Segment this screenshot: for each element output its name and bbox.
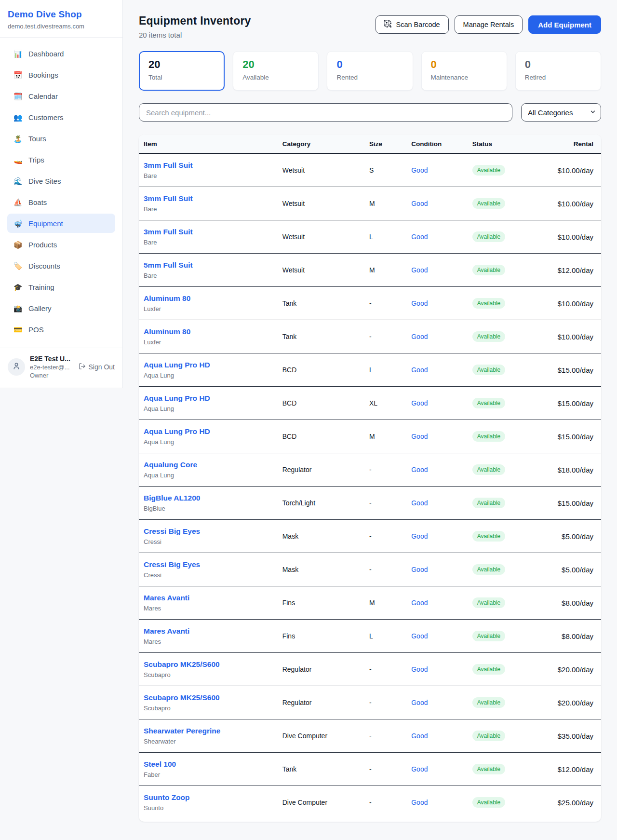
sidebar-item-label: Calendar xyxy=(28,92,58,100)
size-cell: - xyxy=(364,320,406,353)
item-brand: Aqua Lung xyxy=(144,372,273,379)
item-link[interactable]: 3mm Full Suit xyxy=(144,194,193,203)
search-input[interactable] xyxy=(139,103,512,122)
item-link[interactable]: Mares Avanti xyxy=(144,593,189,603)
equipment-table: Item Category Size Condition Status Rent… xyxy=(139,135,601,819)
sidebar-item-calendar[interactable]: 🗓️Calendar xyxy=(7,86,115,106)
scan-barcode-label: Scan Barcode xyxy=(396,21,440,28)
condition-cell: Good xyxy=(406,786,468,819)
category-cell: Wetsuit xyxy=(278,220,364,254)
rental-cell: $12.00/day xyxy=(532,254,601,287)
item-brand: Aqua Lung xyxy=(144,472,273,479)
status-cell: Available xyxy=(468,220,532,254)
sidebar-item-pos[interactable]: 💳POS xyxy=(7,320,115,339)
sidebar-item-dive-sites[interactable]: 🌊Dive Sites xyxy=(7,171,115,190)
item-link[interactable]: Aqua Lung Pro HD xyxy=(144,393,210,403)
sidebar-item-dashboard[interactable]: 📊Dashboard xyxy=(7,44,115,63)
item-cell: 3mm Full SuitBare xyxy=(139,187,278,220)
status-cell: Available xyxy=(468,453,532,487)
page-title-block: Equipment Inventory 20 items total xyxy=(139,14,251,39)
stat-card-retired[interactable]: 0Retired xyxy=(515,51,601,91)
status-cell: Available xyxy=(468,153,532,187)
item-link[interactable]: Cressi Big Eyes xyxy=(144,560,200,569)
rental-cell: $15.00/day xyxy=(532,387,601,420)
item-brand: Bare xyxy=(144,172,273,180)
rental-cell: $12.00/day xyxy=(532,753,601,786)
category-cell: Wetsuit xyxy=(278,153,364,187)
status-cell: Available xyxy=(468,287,532,320)
item-cell: 3mm Full SuitBare xyxy=(139,220,278,254)
sidebar-item-training[interactable]: 🎓Training xyxy=(7,277,115,297)
sidebar-item-label: POS xyxy=(28,325,44,334)
item-link[interactable]: Cressi Big Eyes xyxy=(144,527,200,536)
item-link[interactable]: Aluminum 80 xyxy=(144,327,190,337)
category-cell: Regulator xyxy=(278,653,364,686)
item-link[interactable]: Scubapro MK25/S600 xyxy=(144,660,220,669)
status-badge: Available xyxy=(472,564,505,575)
item-brand: Scubapro xyxy=(144,671,273,679)
status-badge: Available xyxy=(472,431,505,442)
size-cell: L xyxy=(364,620,406,653)
item-link[interactable]: Steel 100 xyxy=(144,759,176,769)
table-row: 5mm Full SuitBareWetsuitMGoodAvailable$1… xyxy=(139,254,601,287)
main-content: Equipment Inventory 20 items total Scan … xyxy=(123,0,617,822)
col-condition: Condition xyxy=(406,135,468,153)
status-badge: Available xyxy=(472,331,505,342)
category-cell: Fins xyxy=(278,586,364,620)
item-link[interactable]: Suunto Zoop xyxy=(144,793,190,802)
condition-cell: Good xyxy=(406,153,468,187)
item-cell: Scubapro MK25/S600Scubapro xyxy=(139,686,278,719)
category-select[interactable]: All Categories xyxy=(521,103,601,122)
sidebar-item-equipment[interactable]: 🤿Equipment xyxy=(7,214,115,233)
item-link[interactable]: Aqualung Core xyxy=(144,460,197,470)
sidebar-item-discounts[interactable]: 🏷️Discounts xyxy=(7,256,115,275)
dashboard-icon: 📊 xyxy=(13,50,23,57)
sidebar-item-tours[interactable]: 🏝️Tours xyxy=(7,129,115,148)
item-link[interactable]: BigBlue AL1200 xyxy=(144,493,200,503)
item-cell: Mares AvantiMares xyxy=(139,586,278,620)
sidebar-item-gallery[interactable]: 📸Gallery xyxy=(7,298,115,318)
stat-label: Maintenance xyxy=(431,74,497,81)
item-cell: Aqua Lung Pro HDAqua Lung xyxy=(139,353,278,387)
status-badge: Available xyxy=(472,298,505,309)
table-body: 3mm Full SuitBareWetsuitSGoodAvailable$1… xyxy=(139,153,601,819)
stat-card-available[interactable]: 20Available xyxy=(233,51,319,91)
item-link[interactable]: 3mm Full Suit xyxy=(144,227,193,237)
item-link[interactable]: Aqua Lung Pro HD xyxy=(144,360,210,370)
table-row: Aqua Lung Pro HDAqua LungBCDXLGoodAvaila… xyxy=(139,387,601,420)
size-cell: - xyxy=(364,487,406,520)
item-cell: Aluminum 80Luxfer xyxy=(139,287,278,320)
item-link[interactable]: Scubapro MK25/S600 xyxy=(144,693,220,703)
stat-card-total[interactable]: 20Total xyxy=(139,51,225,91)
item-link[interactable]: Mares Avanti xyxy=(144,626,189,636)
item-link[interactable]: Aluminum 80 xyxy=(144,294,190,303)
sidebar-item-label: Equipment xyxy=(28,219,63,228)
sidebar-item-products[interactable]: 📦Products xyxy=(7,235,115,254)
status-badge: Available xyxy=(472,198,505,209)
sidebar-item-bookings[interactable]: 📅Bookings xyxy=(7,65,115,84)
item-brand: Bare xyxy=(144,272,273,280)
table-row: 3mm Full SuitBareWetsuitLGoodAvailable$1… xyxy=(139,220,601,254)
item-link[interactable]: 3mm Full Suit xyxy=(144,161,193,170)
scan-barcode-button[interactable]: Scan Barcode xyxy=(376,15,448,34)
condition-cell: Good xyxy=(406,753,468,786)
condition-cell: Good xyxy=(406,586,468,620)
sign-out-button[interactable]: Sign Out xyxy=(79,363,115,371)
item-link[interactable]: 5mm Full Suit xyxy=(144,260,193,270)
item-link[interactable]: Shearwater Peregrine xyxy=(144,726,220,736)
condition-cell: Good xyxy=(406,320,468,353)
condition-cell: Good xyxy=(406,353,468,387)
stat-card-maintenance[interactable]: 0Maintenance xyxy=(421,51,507,91)
sidebar-item-label: Discounts xyxy=(28,262,60,270)
manage-rentals-button[interactable]: Manage Rentals xyxy=(455,15,523,34)
sidebar-item-trips[interactable]: 🚤Trips xyxy=(7,150,115,169)
stat-card-rented[interactable]: 0Rented xyxy=(327,51,413,91)
category-cell: Tank xyxy=(278,287,364,320)
sidebar-item-customers[interactable]: 👥Customers xyxy=(7,108,115,127)
sidebar: Demo Dive Shop demo.test.divestreams.com… xyxy=(0,0,123,388)
item-link[interactable]: Aqua Lung Pro HD xyxy=(144,427,210,436)
add-equipment-button[interactable]: Add Equipment xyxy=(528,15,601,34)
status-badge: Available xyxy=(472,498,505,508)
sidebar-item-boats[interactable]: ⛵Boats xyxy=(7,192,115,212)
barcode-scan-icon xyxy=(384,20,391,29)
